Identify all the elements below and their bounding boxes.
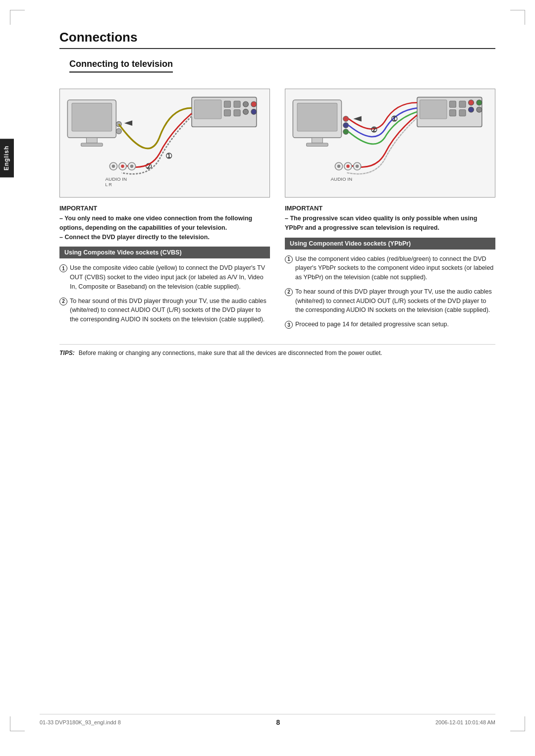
svg-point-24 [130,165,134,168]
svg-point-14 [251,101,257,107]
svg-point-50 [346,165,350,168]
svg-rect-2 [86,138,97,143]
svg-rect-29 [312,138,322,143]
footer-right: 2006-12-01 10:01:48 AM [435,719,495,725]
corner-mark-br [510,716,525,731]
svg-point-52 [356,165,359,168]
left-diagram: ➁ ➀ AUDIO IN L R [59,89,270,198]
two-column-layout: ➁ ➀ AUDIO IN L R [59,89,495,334]
svg-point-15 [251,109,257,114]
right-step-2-text: To hear sound of this DVD player through… [295,287,495,315]
footer-left: 01-33 DVP3180K_93_engl.indd 8 [40,719,121,725]
left-step-1-num: 1 [59,264,67,272]
svg-point-12 [243,101,249,107]
english-tab: English [0,139,14,177]
left-steps-list: 1 Use the composite video cable (yellow)… [59,263,270,324]
main-title: Connections [59,30,495,49]
left-step-1: 1 Use the composite video cable (yellow)… [59,263,270,291]
svg-text:AUDIO IN: AUDIO IN [331,176,353,182]
svg-rect-30 [307,143,328,147]
svg-point-48 [337,165,341,168]
svg-rect-37 [459,101,466,107]
left-important-line2: – Connect the DVD player directly to the… [59,234,210,241]
svg-point-22 [121,165,124,168]
left-step-1-text: Use the composite video cable (yellow) t… [70,263,270,291]
right-step-3-num: 3 [285,321,293,329]
right-diagram-svg: ➁ ➀ AUDIO IN [285,89,495,197]
right-step-2-num: 2 [285,288,293,296]
svg-rect-8 [224,101,230,107]
svg-point-31 [343,116,349,122]
right-steps-list: 1 Use the component video cables (red/bl… [285,254,495,329]
left-important-text: – You only need to make one video connec… [59,214,270,242]
svg-text:➀: ➀ [391,115,398,123]
svg-rect-1 [72,103,112,131]
svg-text:AUDIO IN: AUDIO IN [106,176,127,182]
svg-point-5 [116,129,121,134]
right-sub-header: Using Component Video sockets (YPbPr) [285,238,495,250]
svg-rect-39 [459,109,466,116]
svg-point-40 [469,100,474,105]
tips-text: Before making or changing any connection… [79,350,382,356]
svg-point-42 [477,100,482,105]
svg-rect-10 [224,109,230,116]
page: English Connections Connecting to televi… [0,0,535,756]
left-column: ➁ ➀ AUDIO IN L R [59,89,270,334]
svg-rect-28 [297,103,337,131]
left-step-2-num: 2 [59,298,67,305]
corner-mark-bl [10,716,25,731]
svg-text:➁: ➁ [371,126,377,134]
svg-rect-36 [449,101,456,107]
svg-point-43 [477,107,482,112]
svg-point-20 [112,165,115,168]
corner-mark-tr [510,10,525,25]
section-title: Connecting to television [69,59,173,73]
right-step-1: 1 Use the component video cables (red/bl… [285,254,495,282]
svg-point-33 [343,129,349,135]
svg-point-13 [243,109,249,114]
right-column: ➁ ➀ AUDIO IN IM [285,89,495,334]
svg-rect-38 [449,109,456,116]
tips-label: TIPS: [59,350,75,356]
svg-marker-44 [353,116,361,122]
left-important-label: IMPORTANT [59,204,270,212]
svg-point-32 [343,123,349,128]
svg-rect-35 [420,100,447,119]
svg-text:➀: ➀ [166,152,172,160]
svg-text:L       R: L R [106,182,112,187]
right-important-label: IMPORTANT [285,204,495,212]
page-number: 8 [276,718,280,726]
tips-section: TIPS: Before making or changing any conn… [59,344,495,356]
right-step-2: 2 To hear sound of this DVD player throu… [285,287,495,315]
right-step-3-text: Proceed to page 14 for detailed progress… [295,320,449,329]
left-important-line1: – You only need to make one video connec… [59,215,252,231]
svg-rect-3 [81,143,103,147]
svg-rect-9 [234,101,240,107]
right-step-1-text: Use the component video cables (red/blue… [295,254,495,282]
footer: 01-33 DVP3180K_93_engl.indd 8 8 2006-12-… [40,714,495,726]
svg-rect-11 [234,109,240,116]
right-diagram: ➁ ➀ AUDIO IN [285,89,495,198]
left-step-2: 2 To hear sound of this DVD player throu… [59,297,270,324]
left-sub-header: Using Composite Video sockets (CVBS) [59,247,270,258]
right-important-line1: – The progressive scan video quality is … [285,215,477,231]
right-step-1-num: 1 [285,255,293,263]
svg-point-41 [469,107,474,112]
right-important-text: – The progressive scan video quality is … [285,214,495,233]
right-step-3: 3 Proceed to page 14 for detailed progre… [285,320,495,329]
svg-rect-7 [194,100,221,119]
left-step-2-text: To hear sound of this DVD player through… [70,297,270,324]
left-diagram-svg: ➁ ➀ AUDIO IN L R [60,89,269,197]
svg-marker-16 [124,120,132,126]
corner-mark-tl [10,10,25,25]
